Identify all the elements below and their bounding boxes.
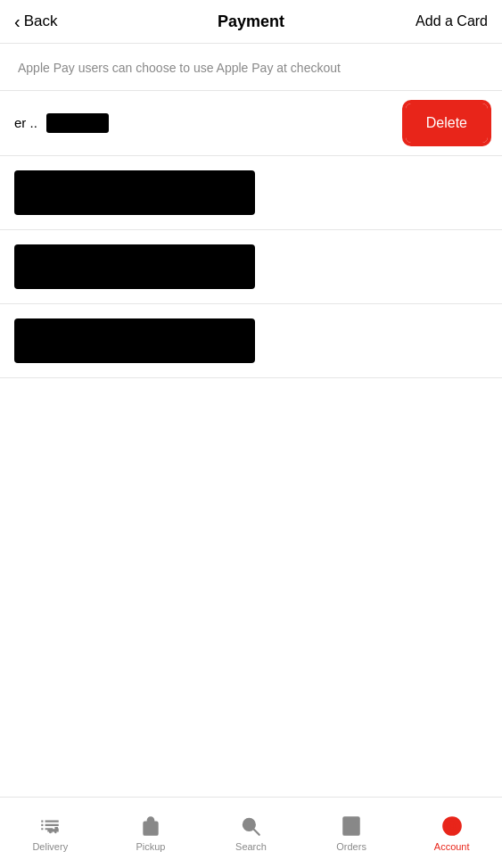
- bottom-nav: Delivery Pickup Search Orders: [0, 797, 502, 868]
- payment-item: [0, 230, 502, 304]
- nav-label-delivery: Delivery: [32, 841, 68, 852]
- back-label: Back: [24, 12, 58, 30]
- nav-item-delivery[interactable]: Delivery: [0, 814, 101, 852]
- back-button[interactable]: ‹ Back: [14, 12, 57, 30]
- svg-line-2: [254, 829, 259, 834]
- redacted-payment-1: [14, 170, 255, 215]
- delivery-icon: [38, 814, 62, 838]
- orders-icon: [340, 814, 363, 838]
- svg-point-1: [243, 818, 255, 830]
- svg-rect-0: [144, 822, 157, 834]
- page-title: Payment: [218, 12, 284, 31]
- info-text: Apple Pay users can choose to use Apple …: [18, 61, 341, 75]
- search-icon: [239, 814, 262, 838]
- payment-item: [0, 304, 502, 378]
- svg-point-9: [450, 824, 453, 827]
- nav-label-account: Account: [434, 841, 470, 852]
- card-info: er ..: [14, 113, 109, 133]
- nav-label-search: Search: [235, 841, 267, 852]
- chevron-left-icon: ‹: [14, 12, 21, 30]
- add-card-button[interactable]: Add a Card: [416, 13, 488, 29]
- nav-item-account[interactable]: Account: [401, 814, 502, 852]
- card-prefix: er ..: [14, 115, 37, 130]
- redacted-payment-3: [14, 318, 255, 363]
- nav-label-orders: Orders: [336, 841, 366, 852]
- pickup-icon: [139, 814, 162, 838]
- card-section: er .. Delete: [0, 90, 502, 156]
- info-banner: Apple Pay users can choose to use Apple …: [0, 44, 502, 90]
- nav-item-pickup[interactable]: Pickup: [101, 814, 202, 852]
- redacted-payment-2: [14, 244, 255, 289]
- payment-list: [0, 156, 502, 378]
- nav-item-search[interactable]: Search: [201, 814, 301, 852]
- nav-item-orders[interactable]: Orders: [301, 814, 402, 852]
- card-number-redacted: [46, 113, 109, 133]
- card-row: er .. Delete: [0, 91, 502, 156]
- payment-item: [0, 156, 502, 230]
- nav-label-pickup: Pickup: [136, 841, 165, 852]
- header: ‹ Back Payment Add a Card: [0, 0, 502, 44]
- delete-button[interactable]: Delete: [406, 103, 488, 143]
- account-icon: [440, 814, 464, 838]
